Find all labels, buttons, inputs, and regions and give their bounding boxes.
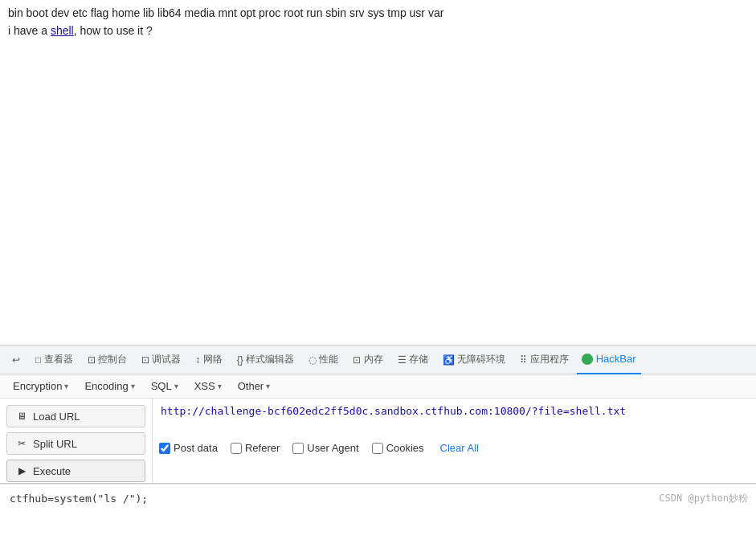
tab-memory[interactable]: ⊡ 内存 xyxy=(346,349,389,371)
post-data-bar: CSDN @python妙粉 xyxy=(0,484,756,512)
hackbar-right-panel: http://challenge-bcf602edc2ff5d0c.sandbo… xyxy=(153,399,756,483)
xss-arrow: ▾ xyxy=(218,382,222,390)
load-url-icon: 🖥 xyxy=(15,410,28,423)
post-data-input[interactable] xyxy=(8,491,659,506)
user-agent-checkbox[interactable]: User Agent xyxy=(292,442,358,454)
devtools-icon-back[interactable]: ↩ xyxy=(5,349,27,371)
execute-icon: ▶ xyxy=(15,464,28,477)
page-line1: bin boot dev etc flag home lib lib64 med… xyxy=(8,6,748,19)
devtools-toolbar: ↩ □ 查看器 ⊡ 控制台 ⊡ 调试器 ↕ 网络 {} 样式编辑器 ◌ 性能 ⊡… xyxy=(0,345,756,374)
hackbar-panel: Encryption ▾ Encoding ▾ SQL ▾ XSS ▾ Othe… xyxy=(0,374,756,484)
style-editor-icon: {} xyxy=(237,354,243,366)
csdn-watermark: CSDN @python妙粉 xyxy=(659,492,748,505)
hackbar-body: 🖥 Load URL ✂ Split URL ▶ Execute http://… xyxy=(0,399,756,483)
menu-encryption[interactable]: Encryption ▾ xyxy=(6,378,75,395)
performance-icon: ◌ xyxy=(309,354,317,366)
line2-after: , how to use it ? xyxy=(74,24,153,37)
user-agent-check[interactable] xyxy=(292,443,304,454)
tab-storage[interactable]: ☰ 存储 xyxy=(391,349,435,371)
tab-app[interactable]: ⠿ 应用程序 xyxy=(513,349,574,371)
network-icon: ↕ xyxy=(195,354,200,366)
app-icon: ⠿ xyxy=(520,354,527,366)
browser-content: bin boot dev etc flag home lib lib64 med… xyxy=(0,0,756,345)
encryption-arrow: ▾ xyxy=(64,382,68,390)
tab-style-editor[interactable]: {} 样式编辑器 xyxy=(231,349,300,371)
tab-accessibility[interactable]: ♿ 无障碍环境 xyxy=(436,349,512,371)
accessibility-icon: ♿ xyxy=(443,354,455,366)
inspector-icon: □ xyxy=(35,354,41,366)
page-line2: i have a shell, how to use it ? xyxy=(8,24,748,37)
tab-debugger[interactable]: ⊡ 调试器 xyxy=(135,349,187,371)
cookies-check[interactable] xyxy=(372,443,383,454)
url-input[interactable]: http://challenge-bcf602edc2ff5d0c.sandbo… xyxy=(159,403,750,435)
menu-encoding[interactable]: Encoding ▾ xyxy=(78,378,141,395)
hackbar-green-dot xyxy=(582,354,593,365)
shell-link[interactable]: shell xyxy=(51,24,74,37)
load-url-button[interactable]: 🖥 Load URL xyxy=(6,405,145,427)
menu-xss[interactable]: XSS ▾ xyxy=(188,378,228,395)
line2-before: i have a xyxy=(8,24,51,37)
checkboxes-row: Post data Referer User Agent Cookies Cle… xyxy=(159,442,750,454)
tab-inspector[interactable]: □ 查看器 xyxy=(29,349,80,371)
cookies-checkbox[interactable]: Cookies xyxy=(372,442,424,454)
hackbar-menu-bar: Encryption ▾ Encoding ▾ SQL ▾ XSS ▾ Othe… xyxy=(0,374,756,399)
debugger-icon: ⊡ xyxy=(141,354,149,366)
menu-sql[interactable]: SQL ▾ xyxy=(145,378,185,395)
split-url-icon: ✂ xyxy=(15,437,28,450)
sql-arrow: ▾ xyxy=(174,382,178,390)
post-data-check[interactable] xyxy=(159,443,170,454)
tab-performance[interactable]: ◌ 性能 xyxy=(302,349,345,371)
console-icon: ⊡ xyxy=(88,354,96,366)
hackbar-left-panel: 🖥 Load URL ✂ Split URL ▶ Execute xyxy=(0,399,153,483)
execute-button[interactable]: ▶ Execute xyxy=(6,460,145,482)
clear-all-link[interactable]: Clear All xyxy=(440,442,479,454)
tab-network[interactable]: ↕ 网络 xyxy=(189,349,228,371)
split-url-button[interactable]: ✂ Split URL xyxy=(6,432,145,455)
menu-other[interactable]: Other ▾ xyxy=(231,378,277,395)
storage-icon: ☰ xyxy=(398,354,407,366)
tab-hackbar[interactable]: HackBar xyxy=(577,345,641,374)
memory-icon: ⊡ xyxy=(353,354,361,366)
encoding-arrow: ▾ xyxy=(131,382,135,390)
referer-checkbox[interactable]: Referer xyxy=(231,442,280,454)
referer-check[interactable] xyxy=(231,443,242,454)
post-data-checkbox[interactable]: Post data xyxy=(159,442,218,454)
tab-console[interactable]: ⊡ 控制台 xyxy=(81,349,133,371)
other-arrow: ▾ xyxy=(266,382,270,390)
